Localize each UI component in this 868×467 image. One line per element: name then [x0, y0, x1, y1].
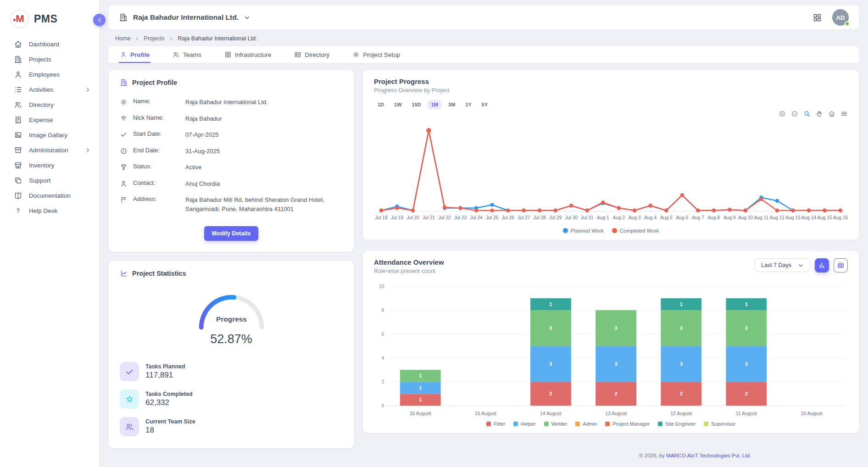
svg-text:Jul 22: Jul 22: [439, 215, 451, 220]
profile-card-title: Project Profile: [120, 78, 343, 87]
svg-text:3: 3: [549, 325, 552, 331]
svg-text:15 August: 15 August: [475, 410, 496, 416]
chart-toolbar: [374, 110, 848, 118]
modify-details-button[interactable]: Modify Details: [204, 226, 259, 241]
user-avatar[interactable]: AD: [832, 9, 849, 26]
range-1w[interactable]: 1W: [390, 100, 406, 109]
zoom-in-icon[interactable]: [779, 110, 786, 117]
signal-icon: [120, 115, 128, 122]
sidebar: M PMS DashboardProjectsEmployeesActiviti…: [0, 0, 100, 467]
attendance-range-select[interactable]: Last 7 Days: [755, 258, 810, 272]
svg-text:Jul 25: Jul 25: [486, 215, 499, 220]
receipt-icon: [14, 116, 22, 124]
sidebar-collapse-button[interactable]: [93, 14, 106, 26]
field-value: Raja Bahadur: [185, 114, 343, 123]
book-icon: [14, 191, 22, 200]
svg-text:Jul 21: Jul 21: [423, 215, 435, 220]
pan-icon[interactable]: [816, 110, 823, 117]
sidebar-item-projects[interactable]: Projects: [0, 52, 99, 67]
people-icon: [125, 422, 134, 432]
range-1d[interactable]: 1D: [374, 100, 388, 109]
footer-company-link[interactable]: MARCO AIoT Technologies Pvt. Ltd.: [666, 453, 751, 458]
flag-icon: [120, 196, 128, 204]
sidebar-item-label: Documentation: [29, 192, 91, 199]
star-icon: [125, 395, 134, 404]
apps-grid-icon[interactable]: [812, 13, 822, 22]
sidebar-item-support[interactable]: Support: [0, 173, 99, 188]
svg-text:2: 2: [680, 391, 683, 396]
people-icon: [120, 417, 139, 436]
zoom-out-icon[interactable]: [791, 110, 798, 117]
legend-planned-work[interactable]: Planned Work: [563, 228, 604, 234]
sidebar-item-help-desk[interactable]: Help Desk: [0, 203, 99, 218]
range-3m[interactable]: 3M: [445, 100, 459, 109]
bar-view-button[interactable]: [815, 258, 829, 272]
check-icon: [120, 362, 139, 381]
range-5y[interactable]: 5Y: [478, 100, 491, 109]
field-value: Anuj Chordia: [185, 179, 343, 189]
tab-profile[interactable]: Profile: [119, 46, 150, 63]
sidebar-item-expense[interactable]: Expense: [0, 112, 99, 128]
table-view-button[interactable]: [834, 258, 848, 272]
person-icon: [14, 70, 22, 79]
breadcrumb-item-raja-bahadur-international-ltd-: Raja Bahadur International Ltd.: [178, 35, 257, 42]
legend-admin[interactable]: Admin: [575, 421, 597, 427]
star-icon: [120, 389, 139, 409]
range-15d[interactable]: 15D: [408, 100, 425, 109]
svg-text:6: 6: [382, 331, 384, 336]
legend-supervisor[interactable]: Supervisor: [704, 421, 735, 427]
profile-field-nick-name: Nick Name:Raja Bahadur: [120, 111, 343, 127]
legend-completed-work[interactable]: Completed Work: [612, 228, 659, 234]
legend-project-manager[interactable]: Project Manager: [605, 421, 650, 427]
svg-text:12 August: 12 August: [670, 410, 692, 416]
home-icon[interactable]: [828, 110, 835, 117]
legend-welder[interactable]: Welder: [544, 421, 568, 427]
tab-infrastructure[interactable]: Infrastructure: [223, 46, 273, 63]
sidebar-item-documentation[interactable]: Documentation: [0, 188, 99, 203]
svg-text:3: 3: [549, 361, 552, 367]
tab-teams[interactable]: Teams: [172, 46, 202, 63]
store-icon: [14, 161, 22, 170]
svg-text:Aug 2: Aug 2: [612, 215, 625, 220]
sidebar-item-dashboard[interactable]: Dashboard: [0, 37, 99, 52]
magnifier-icon[interactable]: [803, 110, 811, 117]
legend-fitter[interactable]: Fitter: [486, 421, 505, 427]
company-selector[interactable]: Raja Bahadur International Ltd.: [119, 13, 250, 22]
svg-text:10 August: 10 August: [801, 410, 822, 416]
svg-text:Aug 13: Aug 13: [785, 215, 801, 220]
svg-text:Jul 20: Jul 20: [406, 215, 419, 220]
tab-directory[interactable]: Directory: [293, 46, 330, 63]
topbar-actions: AD: [812, 9, 849, 26]
copy-icon: [14, 176, 22, 185]
breadcrumb-item-home[interactable]: Home: [115, 35, 130, 42]
progress-chart-legend: Planned WorkCompleted Work: [374, 228, 848, 234]
chevron-down-icon: [244, 14, 250, 21]
range-1m[interactable]: 1M: [428, 100, 442, 109]
attendance-card-subtitle: Role-wise present count: [374, 268, 444, 274]
legend-helper[interactable]: Helper: [513, 421, 535, 427]
right-column: Project Progress Progress Overview by Pr…: [363, 70, 859, 433]
sidebar-item-label: Employees: [29, 71, 91, 78]
question-icon: [14, 206, 22, 215]
sidebar-item-image-gallary[interactable]: Image Gallary: [0, 128, 99, 143]
sidebar-item-activities[interactable]: Activities: [0, 82, 99, 97]
legend-site-engineer[interactable]: Site Engineer: [658, 421, 696, 427]
range-1y[interactable]: 1Y: [462, 100, 475, 109]
breadcrumb-item-projects[interactable]: Projects: [144, 35, 164, 42]
sidebar-item-employees[interactable]: Employees: [0, 67, 99, 82]
stat-value: 18: [145, 426, 195, 435]
svg-text:1: 1: [680, 301, 683, 307]
menu-icon[interactable]: [840, 110, 848, 117]
sidebar-item-inventory[interactable]: Inventory: [0, 158, 99, 173]
tab-project-setup[interactable]: Project Setup: [351, 46, 401, 63]
attendance-bar-chart: 024681011116 August15 August233114 Augus…: [374, 281, 848, 420]
sidebar-item-label: Image Gallary: [29, 132, 91, 139]
archive-icon: [14, 146, 22, 155]
stat-item-tasks-planned: Tasks Planned117,891: [120, 362, 343, 381]
sidebar-item-directory[interactable]: Directory: [0, 97, 99, 112]
profile-field-contact: Contact:Anuj Chordia: [120, 176, 343, 192]
svg-text:Aug 1: Aug 1: [597, 215, 609, 220]
profile-field-name: Name:Raja Bahadur International Ltd.: [120, 94, 343, 111]
sidebar-item-administration[interactable]: Administration: [0, 143, 99, 158]
svg-text:Aug 16: Aug 16: [833, 215, 848, 220]
